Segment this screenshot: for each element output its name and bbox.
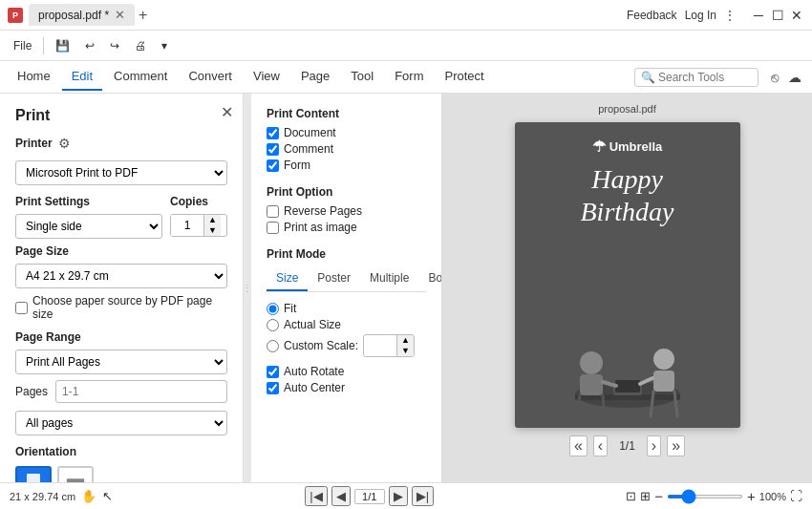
actual-size-label: Actual Size <box>284 318 341 331</box>
comment-checkbox[interactable] <box>267 143 279 156</box>
panel-close-button[interactable]: ✕ <box>221 103 233 121</box>
printer-label: Printer <box>15 137 53 150</box>
scale-arrows: ▲ ▼ <box>396 335 414 356</box>
search-box[interactable]: 🔍 <box>634 68 759 87</box>
statusbar-right: ⊡ ⊞ − + 100% ⛶ <box>626 488 802 504</box>
portrait-button[interactable] <box>15 466 52 482</box>
form-checkbox[interactable] <box>267 159 279 172</box>
print-icon[interactable]: 🖨 <box>129 37 152 54</box>
redo-icon[interactable]: ↪ <box>104 37 125 54</box>
nav-protect[interactable]: Protect <box>436 63 494 91</box>
page-size-select[interactable]: A4 21 x 29.7 cm <box>15 264 227 288</box>
print-option-section: Print Option Reverse Pages Print as imag… <box>267 185 426 234</box>
first-page-button[interactable]: « <box>569 435 588 456</box>
nav-home[interactable]: Home <box>8 63 60 91</box>
login-link[interactable]: Log In <box>685 9 716 22</box>
scale-down-button[interactable]: ▼ <box>396 346 414 356</box>
save-icon[interactable]: 💾 <box>50 37 75 54</box>
close-icon[interactable]: ✕ <box>789 8 804 23</box>
scale-input[interactable]: 100 <box>364 336 396 355</box>
comment-label: Comment <box>284 142 333 156</box>
status-first-page[interactable]: |◀ <box>305 486 327 506</box>
document-checkbox[interactable] <box>267 127 279 139</box>
reverse-pages-label: Reverse Pages <box>284 204 362 218</box>
umbrella-logo: ☂ Umbrella <box>592 138 663 156</box>
page-range-label: Page Range <box>15 330 227 344</box>
nav-page[interactable]: Page <box>291 63 339 91</box>
settings-copies-row: Print Settings Single side Copies 1 ▲ ▼ <box>15 195 227 239</box>
mode-tab-multiple[interactable]: Multiple <box>360 266 418 291</box>
choose-paper-checkbox[interactable] <box>15 302 28 314</box>
feedback-link[interactable]: Feedback <box>627 9 677 22</box>
nav-comment[interactable]: Comment <box>104 63 177 91</box>
copies-value[interactable]: 1 <box>171 215 203 236</box>
more-options-icon[interactable]: ⋮ <box>724 9 736 22</box>
mode-tab-size[interactable]: Size <box>267 266 308 291</box>
print-content-title: Print Content <box>267 107 426 120</box>
gear-icon[interactable]: ⚙ <box>58 136 71 151</box>
zoom-out-icon[interactable]: − <box>654 488 663 504</box>
copies-down-button[interactable]: ▼ <box>203 225 221 236</box>
active-tab[interactable]: proposal.pdf * ✕ <box>29 4 135 26</box>
mode-tab-poster[interactable]: Poster <box>308 266 360 291</box>
page-indicator: 1/1 <box>613 439 641 453</box>
hand-tool-icon[interactable]: ✋ <box>81 489 96 503</box>
reverse-pages-checkbox[interactable] <box>267 205 279 218</box>
reverse-pages-row: Reverse Pages <box>267 204 426 218</box>
nav-form[interactable]: Form <box>385 63 433 91</box>
printer-select[interactable]: Microsoft Print to PDF <box>15 160 227 185</box>
page-total: 1 <box>629 439 635 453</box>
copies-input[interactable]: 1 ▲ ▼ <box>170 214 227 237</box>
file-menu[interactable]: File <box>8 37 37 54</box>
fullscreen-icon[interactable]: ⛶ <box>790 489 802 503</box>
auto-rotate-checkbox[interactable] <box>267 366 279 378</box>
search-icon: 🔍 <box>641 71 655 84</box>
actual-size-radio[interactable] <box>267 319 279 331</box>
subset-select[interactable]: All pages <box>15 411 227 435</box>
status-page-current: 1 <box>362 491 368 502</box>
scale-up-button[interactable]: ▲ <box>396 335 414 346</box>
nav-convert[interactable]: Convert <box>179 63 242 91</box>
undo-icon[interactable]: ↩ <box>79 37 100 54</box>
document-row: Document <box>267 126 426 139</box>
print-as-image-checkbox[interactable] <box>267 222 279 234</box>
landscape-button[interactable] <box>57 466 94 482</box>
next-page-button[interactable]: › <box>647 435 661 456</box>
add-tab-icon[interactable]: + <box>139 7 147 24</box>
maximize-icon[interactable]: ☐ <box>770 8 785 23</box>
zoom-slider[interactable] <box>667 495 743 498</box>
auto-center-checkbox[interactable] <box>267 382 279 394</box>
search-input[interactable] <box>658 71 752 84</box>
page-size-label: Page Size <box>15 244 227 258</box>
tab-close-icon[interactable]: ✕ <box>115 8 125 22</box>
auto-rotate-row: Auto Rotate <box>267 365 426 378</box>
fit-radio[interactable] <box>267 303 279 315</box>
umbrella-text: Umbrella <box>609 139 663 154</box>
fit-page-icon[interactable]: ⊡ <box>626 489 636 503</box>
nav-view[interactable]: View <box>244 63 289 91</box>
pages-input[interactable] <box>55 380 227 403</box>
scale-input-wrap[interactable]: 100 ▲ ▼ <box>363 334 415 357</box>
minimize-icon[interactable]: ─ <box>751 8 766 23</box>
copies-up-button[interactable]: ▲ <box>203 215 221 225</box>
pages-row: Pages <box>15 380 227 403</box>
print-settings-select[interactable]: Single side <box>15 214 162 239</box>
prev-page-button[interactable]: ‹ <box>593 435 608 456</box>
last-page-button[interactable]: » <box>667 435 685 456</box>
page-range-select[interactable]: Print All Pages <box>15 350 227 374</box>
zoom-in-icon[interactable]: + <box>747 488 756 504</box>
status-prev-page[interactable]: ◀ <box>331 486 351 506</box>
nav-edit[interactable]: Edit <box>62 63 102 91</box>
pointer-tool-icon[interactable]: ↖ <box>102 489 113 503</box>
status-next-page[interactable]: ▶ <box>389 486 408 506</box>
choose-paper-row: Choose paper source by PDF page size <box>15 294 227 321</box>
custom-scale-radio[interactable] <box>267 340 279 352</box>
resize-handle[interactable]: ⋮ <box>244 94 251 482</box>
cloud-icon[interactable]: ☁ <box>785 68 804 87</box>
export-icon[interactable]: ⎋ <box>768 68 781 87</box>
fit-width-icon[interactable]: ⊞ <box>640 489 651 503</box>
mode-tab-booklet[interactable]: Booklet <box>418 266 442 291</box>
dropdown-icon[interactable]: ▾ <box>156 37 173 54</box>
status-last-page[interactable]: ▶| <box>412 486 434 506</box>
nav-tool[interactable]: Tool <box>341 63 383 91</box>
